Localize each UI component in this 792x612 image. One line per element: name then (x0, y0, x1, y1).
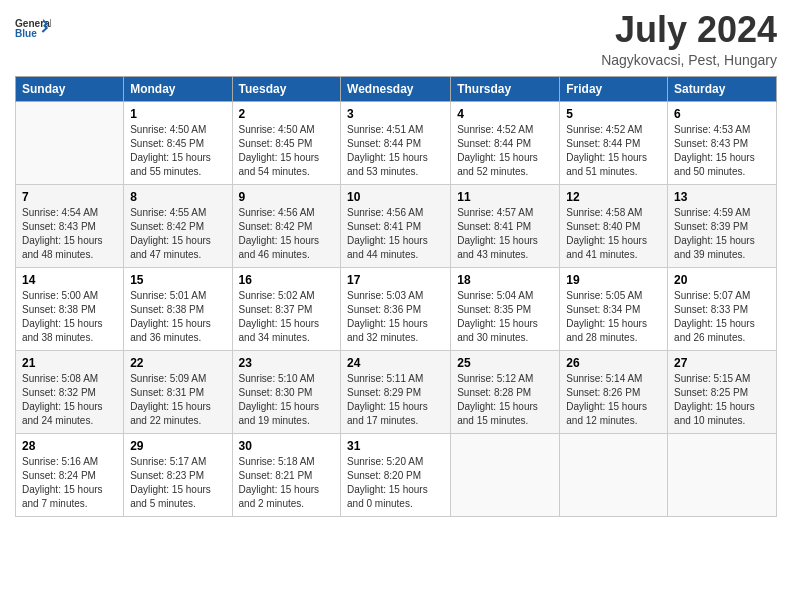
calendar-cell: 16Sunrise: 5:02 AM Sunset: 8:37 PM Dayli… (232, 267, 341, 350)
calendar-cell: 31Sunrise: 5:20 AM Sunset: 8:20 PM Dayli… (341, 433, 451, 516)
calendar-cell: 12Sunrise: 4:58 AM Sunset: 8:40 PM Dayli… (560, 184, 668, 267)
day-number: 16 (239, 273, 335, 287)
day-number: 8 (130, 190, 225, 204)
calendar-cell: 24Sunrise: 5:11 AM Sunset: 8:29 PM Dayli… (341, 350, 451, 433)
day-number: 24 (347, 356, 444, 370)
col-header-saturday: Saturday (668, 76, 777, 101)
calendar-cell: 5Sunrise: 4:52 AM Sunset: 8:44 PM Daylig… (560, 101, 668, 184)
calendar-cell: 9Sunrise: 4:56 AM Sunset: 8:42 PM Daylig… (232, 184, 341, 267)
calendar-cell: 15Sunrise: 5:01 AM Sunset: 8:38 PM Dayli… (124, 267, 232, 350)
calendar-cell: 20Sunrise: 5:07 AM Sunset: 8:33 PM Dayli… (668, 267, 777, 350)
calendar-cell: 27Sunrise: 5:15 AM Sunset: 8:25 PM Dayli… (668, 350, 777, 433)
day-info: Sunrise: 5:00 AM Sunset: 8:38 PM Dayligh… (22, 289, 117, 345)
page: General Blue July 2024 Nagykovacsi, Pest… (0, 0, 792, 527)
title-area: July 2024 Nagykovacsi, Pest, Hungary (601, 10, 777, 68)
calendar-cell: 21Sunrise: 5:08 AM Sunset: 8:32 PM Dayli… (16, 350, 124, 433)
calendar-cell: 17Sunrise: 5:03 AM Sunset: 8:36 PM Dayli… (341, 267, 451, 350)
day-info: Sunrise: 4:58 AM Sunset: 8:40 PM Dayligh… (566, 206, 661, 262)
day-info: Sunrise: 4:55 AM Sunset: 8:42 PM Dayligh… (130, 206, 225, 262)
day-number: 21 (22, 356, 117, 370)
calendar-table: SundayMondayTuesdayWednesdayThursdayFrid… (15, 76, 777, 517)
calendar-cell (16, 101, 124, 184)
day-number: 30 (239, 439, 335, 453)
day-info: Sunrise: 5:02 AM Sunset: 8:37 PM Dayligh… (239, 289, 335, 345)
day-number: 26 (566, 356, 661, 370)
location: Nagykovacsi, Pest, Hungary (601, 52, 777, 68)
calendar-cell: 30Sunrise: 5:18 AM Sunset: 8:21 PM Dayli… (232, 433, 341, 516)
day-info: Sunrise: 5:20 AM Sunset: 8:20 PM Dayligh… (347, 455, 444, 511)
day-number: 6 (674, 107, 770, 121)
calendar-cell: 26Sunrise: 5:14 AM Sunset: 8:26 PM Dayli… (560, 350, 668, 433)
day-info: Sunrise: 5:03 AM Sunset: 8:36 PM Dayligh… (347, 289, 444, 345)
calendar-cell: 10Sunrise: 4:56 AM Sunset: 8:41 PM Dayli… (341, 184, 451, 267)
day-number: 2 (239, 107, 335, 121)
day-number: 13 (674, 190, 770, 204)
day-info: Sunrise: 4:59 AM Sunset: 8:39 PM Dayligh… (674, 206, 770, 262)
calendar-cell: 28Sunrise: 5:16 AM Sunset: 8:24 PM Dayli… (16, 433, 124, 516)
header: General Blue July 2024 Nagykovacsi, Pest… (15, 10, 777, 68)
calendar-cell: 18Sunrise: 5:04 AM Sunset: 8:35 PM Dayli… (451, 267, 560, 350)
day-number: 5 (566, 107, 661, 121)
day-info: Sunrise: 4:50 AM Sunset: 8:45 PM Dayligh… (239, 123, 335, 179)
calendar-cell: 29Sunrise: 5:17 AM Sunset: 8:23 PM Dayli… (124, 433, 232, 516)
day-number: 25 (457, 356, 553, 370)
day-info: Sunrise: 5:12 AM Sunset: 8:28 PM Dayligh… (457, 372, 553, 428)
day-number: 22 (130, 356, 225, 370)
svg-text:Blue: Blue (15, 28, 37, 39)
calendar-cell: 14Sunrise: 5:00 AM Sunset: 8:38 PM Dayli… (16, 267, 124, 350)
calendar-cell: 19Sunrise: 5:05 AM Sunset: 8:34 PM Dayli… (560, 267, 668, 350)
day-number: 10 (347, 190, 444, 204)
calendar-cell (451, 433, 560, 516)
day-number: 20 (674, 273, 770, 287)
day-number: 31 (347, 439, 444, 453)
day-info: Sunrise: 5:11 AM Sunset: 8:29 PM Dayligh… (347, 372, 444, 428)
week-row-5: 28Sunrise: 5:16 AM Sunset: 8:24 PM Dayli… (16, 433, 777, 516)
logo: General Blue (15, 10, 125, 46)
month-title: July 2024 (601, 10, 777, 50)
day-info: Sunrise: 5:07 AM Sunset: 8:33 PM Dayligh… (674, 289, 770, 345)
week-row-2: 7Sunrise: 4:54 AM Sunset: 8:43 PM Daylig… (16, 184, 777, 267)
calendar-cell: 1Sunrise: 4:50 AM Sunset: 8:45 PM Daylig… (124, 101, 232, 184)
calendar-cell (668, 433, 777, 516)
day-info: Sunrise: 4:56 AM Sunset: 8:42 PM Dayligh… (239, 206, 335, 262)
day-number: 18 (457, 273, 553, 287)
day-number: 12 (566, 190, 661, 204)
day-number: 23 (239, 356, 335, 370)
calendar-cell: 2Sunrise: 4:50 AM Sunset: 8:45 PM Daylig… (232, 101, 341, 184)
calendar-cell: 23Sunrise: 5:10 AM Sunset: 8:30 PM Dayli… (232, 350, 341, 433)
day-number: 17 (347, 273, 444, 287)
day-number: 11 (457, 190, 553, 204)
day-info: Sunrise: 5:14 AM Sunset: 8:26 PM Dayligh… (566, 372, 661, 428)
col-header-sunday: Sunday (16, 76, 124, 101)
calendar-cell: 11Sunrise: 4:57 AM Sunset: 8:41 PM Dayli… (451, 184, 560, 267)
calendar-cell: 13Sunrise: 4:59 AM Sunset: 8:39 PM Dayli… (668, 184, 777, 267)
day-info: Sunrise: 5:09 AM Sunset: 8:31 PM Dayligh… (130, 372, 225, 428)
col-header-monday: Monday (124, 76, 232, 101)
week-row-3: 14Sunrise: 5:00 AM Sunset: 8:38 PM Dayli… (16, 267, 777, 350)
calendar-cell: 22Sunrise: 5:09 AM Sunset: 8:31 PM Dayli… (124, 350, 232, 433)
calendar-cell (560, 433, 668, 516)
day-info: Sunrise: 5:01 AM Sunset: 8:38 PM Dayligh… (130, 289, 225, 345)
day-number: 4 (457, 107, 553, 121)
day-number: 7 (22, 190, 117, 204)
day-number: 15 (130, 273, 225, 287)
col-header-tuesday: Tuesday (232, 76, 341, 101)
logo-svg: General Blue (15, 10, 51, 46)
day-number: 9 (239, 190, 335, 204)
day-info: Sunrise: 4:51 AM Sunset: 8:44 PM Dayligh… (347, 123, 444, 179)
day-info: Sunrise: 4:52 AM Sunset: 8:44 PM Dayligh… (457, 123, 553, 179)
col-header-wednesday: Wednesday (341, 76, 451, 101)
week-row-4: 21Sunrise: 5:08 AM Sunset: 8:32 PM Dayli… (16, 350, 777, 433)
day-info: Sunrise: 4:52 AM Sunset: 8:44 PM Dayligh… (566, 123, 661, 179)
col-header-thursday: Thursday (451, 76, 560, 101)
calendar-cell: 8Sunrise: 4:55 AM Sunset: 8:42 PM Daylig… (124, 184, 232, 267)
day-info: Sunrise: 4:57 AM Sunset: 8:41 PM Dayligh… (457, 206, 553, 262)
day-info: Sunrise: 5:17 AM Sunset: 8:23 PM Dayligh… (130, 455, 225, 511)
day-number: 3 (347, 107, 444, 121)
day-info: Sunrise: 4:54 AM Sunset: 8:43 PM Dayligh… (22, 206, 117, 262)
calendar-cell: 25Sunrise: 5:12 AM Sunset: 8:28 PM Dayli… (451, 350, 560, 433)
header-row: SundayMondayTuesdayWednesdayThursdayFrid… (16, 76, 777, 101)
day-info: Sunrise: 5:15 AM Sunset: 8:25 PM Dayligh… (674, 372, 770, 428)
day-number: 1 (130, 107, 225, 121)
day-number: 14 (22, 273, 117, 287)
